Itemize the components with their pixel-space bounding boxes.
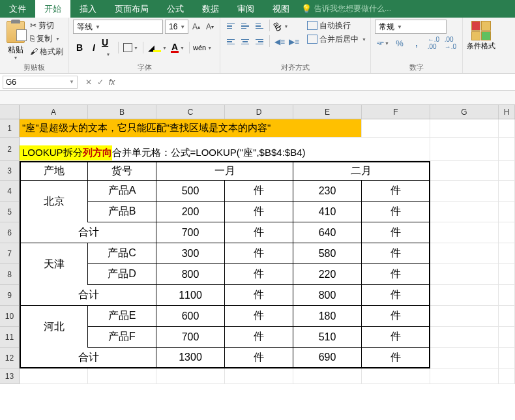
orientation-button[interactable]: ab▼	[273, 20, 288, 33]
cell-d11[interactable]: 件	[225, 327, 293, 348]
col-header-b[interactable]: B	[88, 105, 156, 119]
fill-color-button[interactable]: ◢▼	[147, 43, 168, 53]
row-header-11[interactable]: 11	[0, 327, 20, 348]
cell-g6[interactable]	[430, 222, 499, 243]
cell-f5[interactable]: 件	[362, 202, 430, 222]
cell-g5[interactable]	[430, 202, 499, 222]
bold-button[interactable]: B	[73, 42, 86, 53]
align-middle-button[interactable]	[239, 20, 252, 33]
cell-f1[interactable]	[362, 119, 430, 138]
row-header-10[interactable]: 10	[0, 306, 20, 327]
cell-b13[interactable]	[88, 368, 156, 384]
number-format-dropdown[interactable]: 常规▼	[375, 20, 447, 34]
cell-a6[interactable]: 合计	[20, 222, 156, 243]
italic-button[interactable]: I	[87, 42, 100, 53]
increase-indent-button[interactable]: ▶≡	[287, 35, 301, 48]
cell-a10[interactable]: 河北	[20, 306, 88, 348]
conditional-formatting-button[interactable]: 条件格式	[467, 20, 495, 50]
cell-f11[interactable]: 件	[362, 327, 430, 348]
phonetic-button[interactable]: wén▼	[193, 44, 212, 52]
cell-f9[interactable]: 件	[362, 285, 430, 306]
insert-function-button[interactable]: fx	[109, 78, 115, 87]
tab-view[interactable]: 视图	[263, 0, 299, 18]
cell-h7[interactable]	[499, 243, 515, 264]
row-header-6[interactable]: 6	[0, 222, 20, 243]
copy-button[interactable]: ⎘复制▼	[29, 33, 65, 44]
cell-g3[interactable]	[430, 161, 499, 181]
row-header-7[interactable]: 7	[0, 243, 20, 264]
row-header-4[interactable]: 4	[0, 181, 20, 202]
comma-button[interactable]: ,	[409, 37, 424, 50]
cell-c5[interactable]: 200	[156, 202, 225, 222]
select-all-corner[interactable]	[0, 105, 20, 119]
tab-review[interactable]: 审阅	[228, 0, 263, 18]
align-right-button[interactable]	[253, 35, 266, 48]
cell-d13[interactable]	[225, 368, 293, 384]
cell-d5[interactable]: 件	[225, 202, 293, 222]
row-header-1[interactable]: 1	[0, 119, 20, 138]
cell-f12[interactable]: 件	[362, 348, 430, 368]
currency-button[interactable]: 🖙▼	[375, 37, 390, 50]
cell-g13[interactable]	[430, 368, 499, 384]
row-header-8[interactable]: 8	[0, 264, 20, 285]
align-center-button[interactable]	[239, 35, 252, 48]
row-header-5[interactable]: 5	[0, 202, 20, 222]
align-bottom-button[interactable]	[253, 20, 266, 33]
cell-c11[interactable]: 700	[156, 327, 225, 348]
cut-button[interactable]: ✂剪切	[29, 20, 65, 31]
cell-c3[interactable]: 一月	[156, 161, 293, 181]
cell-d6[interactable]: 件	[225, 222, 293, 243]
cell-a13[interactable]	[20, 368, 88, 384]
cell-g1[interactable]	[430, 119, 499, 138]
cell-c7[interactable]: 300	[156, 243, 225, 264]
cell-g10[interactable]	[430, 306, 499, 327]
cell-c13[interactable]	[156, 368, 225, 384]
cell-c10[interactable]: 600	[156, 306, 225, 327]
tab-file[interactable]: 文件	[0, 0, 35, 18]
paste-button[interactable]: 粘贴 ▼	[4, 20, 27, 60]
cell-f13[interactable]	[362, 368, 430, 384]
row-header-9[interactable]: 9	[0, 285, 20, 306]
cell-h13[interactable]	[499, 368, 515, 384]
cell-e11[interactable]: 510	[293, 327, 362, 348]
cell-h1[interactable]	[499, 119, 515, 138]
col-header-a[interactable]: A	[20, 105, 88, 119]
cell-g9[interactable]	[430, 285, 499, 306]
font-size-dropdown[interactable]: 16▼	[165, 20, 188, 34]
cell-b4[interactable]: 产品A	[88, 181, 156, 202]
cell-e10[interactable]: 180	[293, 306, 362, 327]
cell-d4[interactable]: 件	[225, 181, 293, 202]
cell-d7[interactable]: 件	[225, 243, 293, 264]
cell-f6[interactable]: 件	[362, 222, 430, 243]
merge-center-button[interactable]: 合并后居中▼	[307, 33, 366, 45]
cell-h3[interactable]	[499, 161, 515, 181]
tab-page-layout[interactable]: 页面布局	[106, 0, 158, 18]
cell-b11[interactable]: 产品F	[88, 327, 156, 348]
decrease-font-button[interactable]: A▾	[204, 20, 216, 33]
decrease-indent-button[interactable]: ◀≡	[273, 35, 286, 48]
tab-insert[interactable]: 插入	[70, 0, 106, 18]
cell-e3[interactable]: 二月	[293, 161, 430, 181]
cell-g11[interactable]	[430, 327, 499, 348]
cell-c9[interactable]: 1100	[156, 285, 225, 306]
decrease-decimal-button[interactable]: .00→.0	[443, 37, 458, 50]
cell-f10[interactable]: 件	[362, 306, 430, 327]
cell-g8[interactable]	[430, 264, 499, 285]
tell-me[interactable]: 💡告诉我您想要做什么...	[301, 3, 391, 14]
font-name-dropdown[interactable]: 等线▼	[73, 20, 163, 34]
align-left-button[interactable]	[224, 35, 237, 48]
cell-b10[interactable]: 产品E	[88, 306, 156, 327]
increase-font-button[interactable]: A▴	[190, 20, 202, 33]
borders-button[interactable]: ▼	[122, 43, 140, 52]
cell-g4[interactable]	[430, 181, 499, 202]
cell-g2[interactable]	[430, 138, 499, 161]
cell-h2[interactable]	[499, 138, 515, 161]
row-header-12[interactable]: 12	[0, 348, 20, 368]
cell-c4[interactable]: 500	[156, 181, 225, 202]
percent-button[interactable]: %	[392, 37, 407, 50]
cell-d8[interactable]: 件	[225, 264, 293, 285]
enter-formula-button[interactable]: ✓	[97, 78, 104, 87]
cell-a7[interactable]: 天津	[20, 243, 88, 285]
col-header-f[interactable]: F	[362, 105, 430, 119]
cell-a12[interactable]: 合计	[20, 348, 156, 368]
